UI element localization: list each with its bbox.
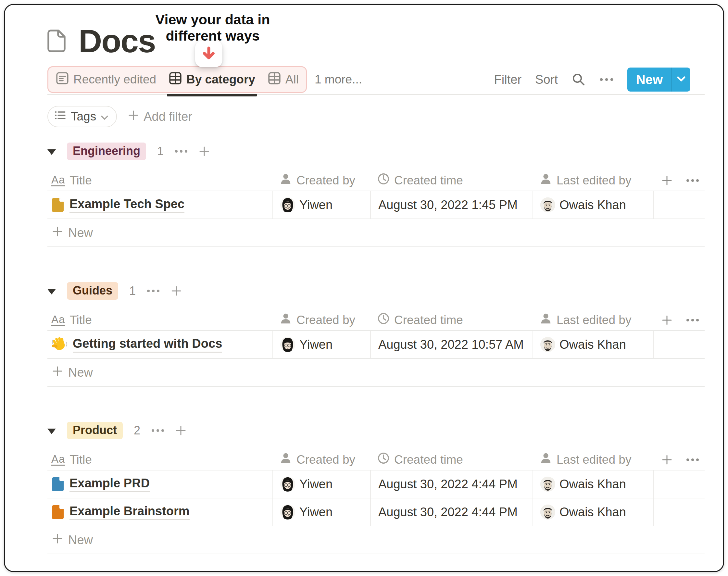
table-row: Example PRD Yiwen August 30, 2022 4:44 P… (48, 470, 705, 498)
tab-label: Recently edited (74, 73, 156, 86)
docs-table: Aa Title Created by Created time Last ed… (48, 310, 705, 387)
person-icon (540, 312, 552, 327)
column-header-created-time[interactable]: Created time (370, 450, 532, 470)
column-header-title[interactable]: Aa Title (48, 310, 272, 330)
group-more-button[interactable] (147, 289, 160, 292)
collapse-toggle-icon[interactable] (48, 149, 56, 155)
active-tab-underline (167, 94, 257, 96)
new-dropdown-button[interactable] (671, 67, 690, 92)
yiwen-avatar (280, 197, 295, 212)
last-edited-by-name: Owais Khan (559, 198, 626, 212)
last-edited-by-cell[interactable]: Owais Khan (532, 498, 653, 526)
created-by-name: Yiwen (299, 338, 332, 352)
group-badge[interactable]: Guides (67, 282, 118, 300)
column-header-title[interactable]: Aa Title (48, 170, 272, 191)
page-link[interactable]: Example Tech Spec (69, 197, 184, 213)
column-header-created-time[interactable]: Created time (370, 170, 532, 191)
group-product: Product 2 Aa Title Created by (48, 423, 705, 554)
last-edited-by-cell[interactable]: Owais Khan (532, 470, 653, 498)
group-add-button[interactable] (175, 425, 186, 436)
group-add-button[interactable] (171, 285, 182, 296)
table-more-button[interactable] (686, 179, 699, 182)
group-count: 1 (129, 284, 136, 298)
table-header-actions (653, 450, 705, 470)
tabs-underline (48, 94, 705, 97)
created-time-cell[interactable]: August 30, 2022 10:57 AM (370, 331, 532, 358)
group-add-button[interactable] (199, 146, 210, 157)
created-time-cell[interactable]: August 30, 2022 4:44 PM (370, 470, 532, 498)
empty-cell (653, 331, 705, 358)
new-button[interactable]: New (627, 67, 671, 92)
owais-avatar (540, 197, 555, 212)
column-header-created-time[interactable]: Created time (370, 310, 532, 330)
last-edited-by-cell[interactable]: Owais Khan (532, 331, 653, 358)
person-icon (280, 173, 292, 188)
page-link[interactable]: Example PRD (69, 476, 150, 492)
created-by-cell[interactable]: Yiwen (272, 331, 370, 358)
column-header-last-edited-by[interactable]: Last edited by (532, 170, 653, 191)
table-header-actions (653, 170, 705, 191)
tab-label: All (285, 73, 299, 86)
annotation-line: View your data in (141, 11, 284, 28)
created-by-name: Yiwen (299, 477, 332, 491)
created-by-cell[interactable]: Yiwen (272, 498, 370, 526)
filter-button[interactable]: Filter (494, 73, 522, 87)
add-column-button[interactable] (662, 175, 672, 186)
created-time-cell[interactable]: August 30, 2022 4:44 PM (370, 498, 532, 526)
column-header-created-by[interactable]: Created by (272, 170, 370, 191)
tab-by-category[interactable]: By category (169, 71, 255, 88)
clock-icon (377, 173, 390, 188)
group-badge[interactable]: Engineering (67, 143, 146, 160)
add-column-button[interactable] (662, 454, 672, 465)
sort-button[interactable]: Sort (535, 73, 558, 87)
created-time-cell[interactable]: August 30, 2022 1:45 PM (370, 191, 532, 219)
page-link[interactable]: Example Brainstorm (69, 504, 190, 520)
new-row-button[interactable]: New (48, 219, 705, 247)
chevron-down-icon (677, 76, 686, 83)
column-header-last-edited-by[interactable]: Last edited by (532, 310, 653, 330)
tab-label: By category (186, 73, 255, 86)
last-edited-by-cell[interactable]: Owais Khan (532, 191, 653, 219)
group-more-button[interactable] (175, 150, 188, 153)
created-by-cell[interactable]: Yiwen (272, 470, 370, 498)
add-filter-button[interactable]: Add filter (128, 110, 192, 124)
table-grid-icon (267, 71, 281, 88)
tags-filter-chip[interactable]: Tags (48, 106, 117, 127)
wave-hand-icon (51, 336, 67, 353)
table-row: Example Tech Spec Yiwen August 30, 2022 … (48, 191, 705, 219)
table-header-actions (653, 310, 705, 330)
group-badge[interactable]: Product (67, 422, 123, 439)
table-more-button[interactable] (686, 458, 699, 461)
group-more-button[interactable] (151, 429, 164, 432)
page-icon (48, 30, 66, 52)
group-header: Guides 1 (48, 284, 705, 298)
column-header-last-edited-by[interactable]: Last edited by (532, 450, 653, 470)
page-link[interactable]: Getting started with Docs (73, 337, 222, 353)
yellow-doc-icon (51, 197, 64, 212)
table-more-button[interactable] (686, 319, 699, 322)
collapse-toggle-icon[interactable] (48, 429, 56, 434)
tab-recently-edited[interactable]: Recently edited (56, 71, 156, 88)
created-by-name: Yiwen (299, 505, 332, 519)
table-row: Getting started with Docs Yiwen August 3… (48, 331, 705, 359)
column-header-created-by[interactable]: Created by (272, 450, 370, 470)
plus-icon (52, 366, 63, 380)
views-highlight-box: Recently edited By category (48, 66, 307, 93)
column-header-created-by[interactable]: Created by (272, 310, 370, 330)
new-row-button[interactable]: New (48, 359, 705, 387)
yiwen-avatar (280, 337, 295, 352)
magnifier-icon[interactable] (572, 73, 586, 87)
title-cell: Example Tech Spec (48, 191, 272, 219)
plus-icon (52, 533, 63, 547)
group-count: 1 (157, 144, 164, 158)
new-row-button[interactable]: New (48, 526, 705, 554)
more-views-button[interactable]: 1 more... (315, 73, 362, 86)
tab-all[interactable]: All (267, 71, 299, 88)
column-header-title[interactable]: Aa Title (48, 450, 272, 470)
group-guides: Guides 1 Aa Title Created by (48, 284, 705, 387)
add-filter-label: Add filter (144, 110, 192, 124)
add-column-button[interactable] (662, 315, 672, 326)
created-by-cell[interactable]: Yiwen (272, 191, 370, 219)
collapse-toggle-icon[interactable] (48, 289, 56, 294)
ellipsis-icon[interactable] (600, 78, 614, 82)
